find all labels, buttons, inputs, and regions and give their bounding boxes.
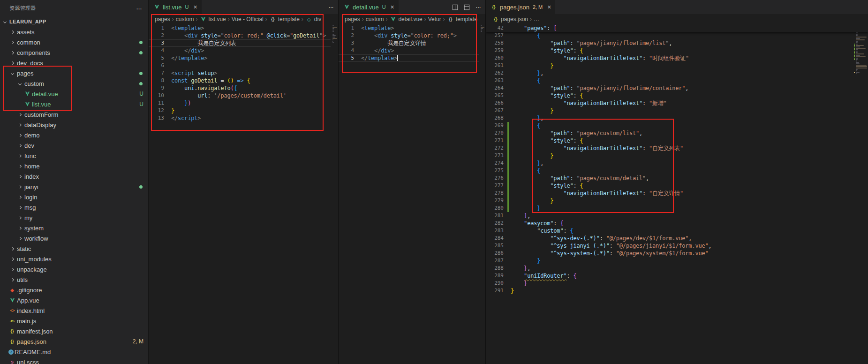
code-line[interactable]: 263 { (486, 77, 868, 84)
code-line[interactable]: 283 "custom": { (486, 227, 868, 235)
tab-list.vue[interactable]: list.vueU× (149, 0, 202, 14)
code-line[interactable]: 9 uni.navigateTo({ (149, 84, 338, 92)
more-actions-icon[interactable]: ··· (328, 3, 333, 11)
tree-item-index[interactable]: index (0, 171, 148, 182)
tree-item-components[interactable]: components (0, 47, 148, 58)
code-line[interactable]: 269 { (486, 122, 868, 129)
tree-item-assets[interactable]: assets (0, 27, 148, 37)
code-line[interactable]: 282 "easycom": { (486, 220, 868, 227)
code-line[interactable]: 4 </div> (339, 47, 485, 54)
sticky-scroll-line[interactable]: 42 "pages": [ (486, 24, 868, 32)
tree-item-README.md[interactable]: iREADME.md (0, 347, 148, 357)
code-line[interactable]: 12} (149, 107, 338, 114)
code-line[interactable]: 13</script> (149, 114, 338, 122)
code-line[interactable]: 275 { (486, 167, 868, 174)
code-line[interactable]: 10 url: '/pages/custom/detail' (149, 92, 338, 99)
code-line[interactable]: 289 "uniIdRouter": { (486, 272, 868, 280)
tree-item-custom[interactable]: custom (0, 78, 148, 89)
breadcrumb-item-Vue - Official[interactable]: Vue - Official (232, 16, 264, 23)
code-line[interactable]: 262 }, (486, 69, 868, 77)
tree-item-.gitignore[interactable]: ◆.gitignore (0, 285, 148, 295)
code-line[interactable]: 4 </div> (149, 47, 338, 54)
breadcrumb-item-pages[interactable]: pages (345, 16, 360, 23)
code-line[interactable]: 273 } (486, 152, 868, 159)
breadcrumb-item-pages[interactable]: pages (155, 16, 170, 23)
more-actions-icon[interactable]: ··· (136, 4, 142, 12)
tree-item-login[interactable]: login (0, 192, 148, 202)
code-line[interactable]: 8const goDetail = () => { (149, 77, 338, 84)
tree-item-common[interactable]: common (0, 37, 148, 47)
breadcrumb-item-list.vue[interactable]: list.vue (199, 16, 226, 23)
code-line[interactable]: 11 }) (149, 99, 338, 107)
tree-item-manifest.json[interactable]: {}manifest.json (0, 326, 148, 336)
code-line[interactable]: 290 } (486, 280, 868, 287)
tree-item-pages.json[interactable]: {}pages.json2, M (0, 336, 148, 347)
tree-item-dev[interactable]: dev (0, 140, 148, 151)
code-line[interactable]: 3 我是自定义列表 (149, 39, 338, 47)
tree-item-workflow[interactable]: workflow (0, 233, 148, 243)
tree-item-utils[interactable]: utils (0, 274, 148, 285)
tree-item-main.js[interactable]: JSmain.js (0, 316, 148, 326)
breadcrumb-item-Vetur[interactable]: Vetur (428, 16, 441, 23)
breadcrumb-item-detail.vue[interactable]: detail.vue (389, 16, 422, 23)
minimap[interactable] (854, 24, 868, 364)
tree-item-customForm[interactable]: customForm (0, 109, 148, 120)
tree-item-my[interactable]: my (0, 212, 148, 223)
code-line[interactable]: 265 "style": { (486, 92, 868, 99)
breadcrumb-item-template[interactable]: {}template (269, 16, 300, 23)
code-line[interactable]: 257 { (486, 32, 868, 39)
tree-item-system[interactable]: system (0, 223, 148, 233)
more-actions-icon[interactable]: ··· (476, 3, 481, 11)
code-line[interactable]: 264 "path": "pages/jianyi/flowTime/conta… (486, 84, 868, 92)
tree-item-home[interactable]: home (0, 161, 148, 171)
code-line[interactable]: 281 ], (486, 212, 868, 220)
tree-item-detail.vue[interactable]: detail.vueU (0, 89, 148, 99)
code-line[interactable]: 258 "path": "pages/jianyi/flowTime/list"… (486, 39, 868, 47)
tree-item-pages[interactable]: pages (0, 68, 148, 78)
code-line[interactable]: 2 <div style="color: red;" @click="goDet… (149, 32, 338, 39)
code-line[interactable]: 271 "style": { (486, 137, 868, 144)
breadcrumb-item-div[interactable]: ◇div (305, 16, 321, 23)
code-line[interactable]: 278 "navigationBarTitleText": "自定义详情" (486, 190, 868, 197)
code-line[interactable]: 267 } (486, 107, 868, 114)
tree-item-unpackage[interactable]: unpackage (0, 264, 148, 274)
close-icon[interactable]: × (391, 4, 394, 10)
code-line[interactable]: 5</template> (149, 54, 338, 62)
close-icon[interactable]: × (193, 4, 197, 10)
breadcrumb-item-template[interactable]: {}template (447, 16, 477, 23)
code-line[interactable]: 1<template> (339, 24, 485, 32)
breadcrumb-item-custom[interactable]: custom (176, 16, 194, 23)
code-line[interactable]: 285 "^sys-jianyi-(.*)": "@/pages/jianyi/… (486, 242, 868, 250)
tab-detail.vue[interactable]: detail.vueU× (339, 0, 399, 14)
code-line[interactable]: 261 } (486, 62, 868, 69)
code-line[interactable]: 266 "navigationBarTitleText": "新增" (486, 99, 868, 107)
breadcrumb-item-pages.json[interactable]: {}pages.json (492, 16, 528, 23)
split-editor-icon[interactable] (452, 4, 458, 10)
tree-item-msg[interactable]: msg (0, 202, 148, 212)
breadcrumb-item-…[interactable]: … (534, 16, 539, 23)
code-line[interactable]: 288 }, (486, 265, 868, 272)
tree-item-uni.scss[interactable]: Suni.scss (0, 357, 148, 364)
tree-item-App.vue[interactable]: App.vue (0, 295, 148, 305)
code-line[interactable]: 291} (486, 287, 868, 295)
code-line[interactable]: 284 "^sys-dev-(.*)": "@/pages/dev/$1/for… (486, 235, 868, 242)
code-line[interactable]: 6 (149, 62, 338, 69)
code-line[interactable]: 279 } (486, 197, 868, 205)
tab-pages.json[interactable]: {}pages.json2, M× (486, 0, 556, 14)
code-line[interactable]: 1<template> (149, 24, 338, 32)
tree-item-LEARUN_APP[interactable]: LEARUN_APP (0, 16, 148, 27)
minimap[interactable] (331, 24, 338, 364)
code-line[interactable]: 260 "navigationBarTitleText": "时间组件验证" (486, 54, 868, 62)
code-line[interactable]: 268 }, (486, 114, 868, 122)
tree-item-list.vue[interactable]: list.vueU (0, 99, 148, 109)
close-icon[interactable]: × (547, 4, 551, 10)
code-line[interactable]: 287 } (486, 257, 868, 265)
code-line[interactable]: 3 我是自定义详情 (339, 39, 485, 47)
code-line[interactable]: 272 "navigationBarTitleText": "自定义列表" (486, 144, 868, 152)
code-line[interactable]: 286 "^sys-system-(.*)": "@/pages/system/… (486, 250, 868, 257)
code-line[interactable]: 5</template> (339, 54, 485, 62)
tree-item-func[interactable]: func (0, 151, 148, 161)
tree-item-demo[interactable]: demo (0, 130, 148, 140)
minimap[interactable] (479, 24, 485, 364)
tree-item-uni_modules[interactable]: uni_modules (0, 254, 148, 264)
